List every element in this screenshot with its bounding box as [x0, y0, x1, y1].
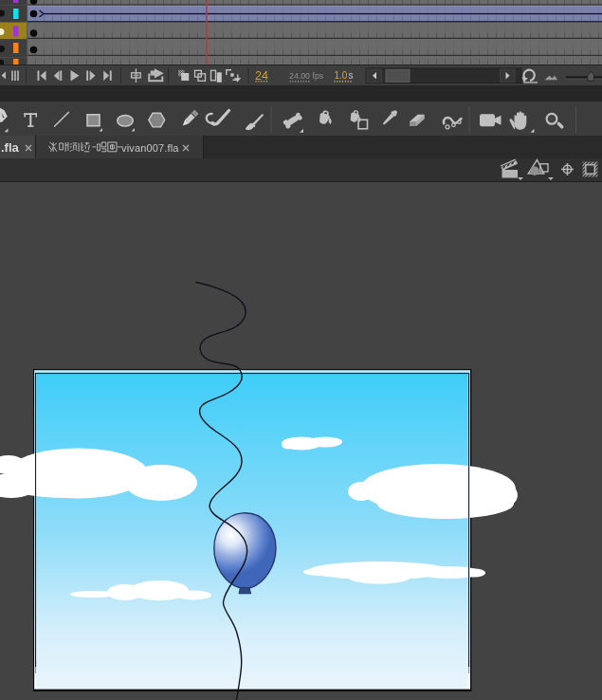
svg-text:1.0: 1.0	[335, 70, 348, 81]
svg-text:s: s	[349, 70, 354, 81]
svg-text:24: 24	[255, 69, 268, 83]
svg-text:24.00 fps: 24.00 fps	[289, 71, 324, 81]
